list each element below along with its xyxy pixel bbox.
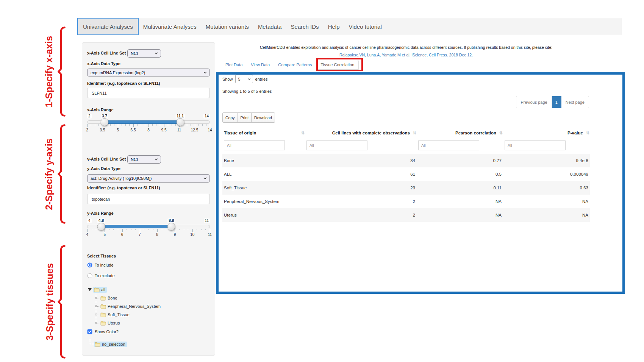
y-axis-data-type-select[interactable]: act: Drug Activity (-log10[IC50M]) — [87, 174, 210, 183]
nav-tab-help[interactable]: Help — [324, 18, 344, 35]
nav-tab-search-ids[interactable]: Search IDs — [286, 18, 323, 35]
slider-min-label: 4 — [87, 218, 92, 223]
filter-input-tissue-of-origin[interactable]: All — [224, 140, 285, 150]
tree-node-soft-tissue[interactable]: Soft_Tissue — [100, 311, 130, 318]
tree-node-peripheral-nervous-system[interactable]: Peripheral_Nervous_System — [100, 303, 161, 310]
table-row[interactable]: Uterus 2 NA NA — [222, 208, 590, 222]
column-header-tissue-of-origin[interactable]: Tissue of origin⇅ — [222, 128, 305, 138]
tab-view-data[interactable]: View Data — [247, 60, 274, 70]
slider-max-label: 14 — [203, 114, 210, 119]
filter-input-pearson-correlation[interactable]: All — [418, 140, 479, 150]
tree-connector — [97, 315, 100, 315]
tree-connector — [97, 306, 100, 307]
x-axis-identifier-label: Identifier: (e.g. topotecan or SLFN11) — [87, 81, 160, 86]
tree-connector — [97, 298, 100, 298]
tree-node-no-selection[interactable]: no_selection — [94, 340, 127, 348]
x-axis-range-slider[interactable]: 2 14 3.7 11.1 2 3.5 5 6.5 8 9.5 11 12.5 … — [87, 114, 210, 134]
folder-icon — [100, 304, 106, 309]
tree-open-caret-icon — [88, 288, 92, 291]
y-axis-identifier-label: Identifier: (e.g. topotecan or SLFN11) — [87, 186, 160, 190]
y-axis-range-slider[interactable]: 4 11 4.8 8.8 4 5 6 7 8 9 10 11 — [87, 218, 210, 238]
table-row[interactable]: Soft_Tissue 23 0.11 0.63 — [222, 181, 590, 195]
filter-input-cell-lines[interactable]: All — [306, 140, 367, 150]
tab-plot-data[interactable]: Plot Data — [221, 60, 247, 70]
chevron-down-icon — [203, 177, 207, 179]
show-color-checkbox[interactable]: Show Color? — [87, 329, 119, 334]
tab-compare-patterns[interactable]: Compare Patterns — [274, 60, 316, 70]
next-page-button[interactable]: Next page — [561, 96, 589, 108]
slider-min-label: 2 — [87, 114, 92, 119]
x-axis-data-type-label: x-Axis Data Type — [87, 61, 120, 66]
x-axis-range-label: x-Axis Range — [87, 108, 114, 112]
copy-button[interactable]: Copy — [222, 112, 238, 123]
select-tissues-label: Select Tissues — [87, 254, 116, 258]
sort-icon[interactable]: ⇅ — [499, 131, 502, 136]
slider-handle-to[interactable] — [167, 223, 175, 231]
tissue-correlation-panel: Show 5 entries Showing 1 to 5 of 5 entri… — [216, 72, 625, 294]
chevron-down-icon — [155, 52, 158, 55]
folder-icon — [100, 296, 106, 301]
checkbox-checked-icon — [87, 329, 92, 334]
table-info: Showing 1 to 5 of 5 entries — [222, 89, 272, 94]
column-header-cell-lines[interactable]: Cell lines with complete observations⇅ — [305, 128, 417, 138]
filter-input-p-value[interactable]: All — [505, 140, 566, 150]
radio-to-exclude[interactable]: To exclude — [87, 273, 115, 278]
nav-tab-univariate-analyses[interactable]: Univariate Analyses — [77, 18, 139, 35]
slider-selected-range — [101, 225, 171, 228]
nav-tab-mutation-variants[interactable]: Mutation variants — [201, 18, 253, 35]
show-label: Show — [222, 77, 233, 81]
export-buttons: Copy Print Download — [222, 112, 275, 123]
tree-connector — [90, 344, 94, 344]
sort-icon[interactable]: ⇅ — [413, 131, 416, 136]
annotation-label-x-axis: 1-Specify x-axis — [44, 36, 55, 108]
radio-to-include[interactable]: To include — [87, 262, 114, 268]
page-1-button[interactable]: 1 — [552, 96, 561, 108]
column-header-p-value[interactable]: P-value⇅ — [503, 128, 590, 138]
x-axis-cell-line-set-label: x-Axis Cell Line Set — [87, 51, 126, 55]
y-axis-cell-line-set-label: y-Axis Cell Line Set — [87, 157, 126, 161]
y-axis-cell-line-set-select[interactable]: NCI — [127, 155, 161, 164]
citation-link[interactable]: Rajapakse.VN, Luna.A, Yamade.M et al. iS… — [216, 53, 596, 57]
chevron-down-icon — [248, 78, 251, 80]
entries-label: entries — [255, 77, 268, 81]
slider-selected-range — [105, 120, 180, 124]
table-row[interactable]: Peripheral_Nervous_System 2 NA NA — [222, 195, 590, 208]
y-axis-data-type-label: y-Axis Data Type — [87, 166, 120, 171]
y-axis-identifier-input[interactable]: topotecan — [87, 194, 210, 204]
radio-checked-icon — [87, 262, 92, 268]
nav-tab-metadata[interactable]: Metadata — [253, 18, 286, 35]
chevron-down-icon — [155, 158, 158, 161]
pagination: Previous page 1 Next page — [516, 96, 589, 108]
x-axis-data-type-select[interactable]: exp: mRNA Expression (log2) — [87, 69, 210, 76]
slider-handle-to[interactable] — [176, 118, 184, 126]
folder-icon — [100, 312, 106, 317]
previous-page-button[interactable]: Previous page — [516, 96, 552, 108]
slider-handle-from[interactable] — [97, 223, 105, 231]
table-row[interactable]: Bone 34 0.77 9.4e-8 — [222, 154, 590, 167]
column-header-pearson-correlation[interactable]: Pearson correlation⇅ — [417, 128, 503, 138]
slider-handle-from[interactable] — [100, 118, 108, 126]
page-length-select[interactable]: 5 — [235, 75, 253, 83]
tree-node-all[interactable]: all — [88, 286, 107, 293]
x-axis-identifier-input[interactable]: SLFN11 — [87, 88, 210, 98]
print-button[interactable]: Print — [238, 112, 252, 123]
annotation-label-tissues: 3-Specify tissues — [44, 263, 55, 340]
folder-icon — [95, 342, 100, 347]
annotation-brace-y-axis — [56, 124, 66, 224]
radio-unchecked-icon — [87, 273, 92, 278]
tree-connector — [97, 323, 100, 323]
download-button[interactable]: Download — [251, 112, 275, 123]
page-length-control: Show 5 entries — [222, 75, 268, 83]
sort-icon[interactable]: ⇅ — [301, 131, 304, 136]
tree-node-bone[interactable]: Bone — [100, 294, 117, 302]
nav-tab-multivariate-analyses[interactable]: Multivariate Analyses — [139, 18, 201, 35]
control-sidebar: x-Axis Cell Line Set NCI x-Axis Data Typ… — [82, 42, 215, 356]
annotation-label-y-axis: 2-Specify y-axis — [44, 139, 55, 210]
slider-grid: 4 5 6 7 8 9 10 11 — [87, 229, 210, 238]
x-axis-cell-line-set-select[interactable]: NCI — [127, 49, 161, 58]
sort-icon[interactable]: ⇅ — [586, 131, 589, 136]
y-axis-range-label: y-Axis Range — [87, 211, 114, 215]
nav-tab-video-tutorial[interactable]: Video tutorial — [344, 18, 386, 35]
table-row[interactable]: ALL 61 0.5 0.000049 — [222, 167, 590, 181]
tree-node-uterus[interactable]: Uterus — [100, 319, 120, 327]
